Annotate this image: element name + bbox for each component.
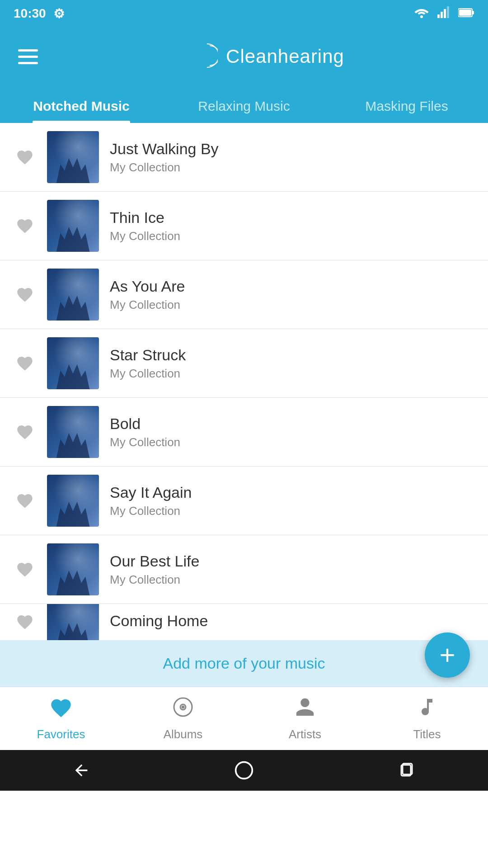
list-item[interactable]: Just Walking By My Collection bbox=[0, 123, 488, 192]
signal-icon bbox=[437, 6, 450, 21]
svg-rect-7 bbox=[459, 9, 471, 16]
app-header: Cleanhearing bbox=[0, 27, 488, 86]
nav-favorites-label: Favorites bbox=[37, 727, 85, 741]
tab-notched-music[interactable]: Notched Music bbox=[0, 86, 163, 123]
nav-albums-label: Albums bbox=[164, 727, 203, 741]
song-info-5: Bold My Collection bbox=[110, 415, 474, 449]
favorite-button-5[interactable] bbox=[14, 421, 36, 443]
album-art-2 bbox=[47, 200, 99, 252]
svg-point-11 bbox=[236, 762, 253, 779]
logo-icon bbox=[182, 38, 218, 75]
song-list: Just Walking By My Collection Thin Ice M… bbox=[0, 123, 488, 640]
favorite-button-3[interactable] bbox=[14, 283, 36, 306]
svg-point-10 bbox=[182, 706, 184, 708]
album-art-8 bbox=[47, 604, 99, 640]
album-art-4 bbox=[47, 337, 99, 389]
hamburger-menu-button[interactable] bbox=[18, 49, 38, 64]
home-button[interactable] bbox=[233, 759, 255, 782]
nav-favorites[interactable]: Favorites bbox=[0, 687, 122, 750]
song-info-6: Say It Again My Collection bbox=[110, 484, 474, 518]
gear-icon: ⚙ bbox=[53, 6, 65, 21]
album-art-1 bbox=[47, 131, 99, 183]
song-info-7: Our Best Life My Collection bbox=[110, 552, 474, 587]
tab-masking-files[interactable]: Masking Files bbox=[325, 86, 488, 123]
list-item[interactable]: Coming Home bbox=[0, 604, 488, 640]
category-tabs: Notched Music Relaxing Music Masking Fil… bbox=[0, 86, 488, 123]
album-art-7 bbox=[47, 543, 99, 595]
bottom-navigation: Favorites Albums Artists Titles bbox=[0, 687, 488, 750]
song-info-4: Star Struck My Collection bbox=[110, 346, 474, 381]
list-item[interactable]: As You Are My Collection bbox=[0, 260, 488, 329]
favorite-button-6[interactable] bbox=[14, 490, 36, 512]
back-button[interactable] bbox=[70, 759, 93, 782]
list-item[interactable]: Our Best Life My Collection bbox=[0, 535, 488, 604]
add-more-text: Add more of your music bbox=[163, 655, 325, 672]
favorite-button-7[interactable] bbox=[14, 558, 36, 581]
disc-icon bbox=[171, 696, 195, 723]
album-art-3 bbox=[47, 269, 99, 321]
nav-titles[interactable]: Titles bbox=[366, 687, 488, 750]
add-more-banner: Add more of your music + bbox=[0, 640, 488, 687]
tab-relaxing-music[interactable]: Relaxing Music bbox=[163, 86, 325, 123]
song-info-8: Coming Home bbox=[110, 612, 474, 632]
logo-text: Cleanhearing bbox=[226, 46, 344, 67]
recents-button[interactable] bbox=[395, 759, 418, 782]
album-art-5 bbox=[47, 406, 99, 458]
svg-rect-1 bbox=[437, 14, 440, 18]
svg-rect-4 bbox=[447, 6, 449, 18]
nav-artists[interactable]: Artists bbox=[244, 687, 366, 750]
status-bar: 10:30 ⚙ bbox=[0, 0, 488, 27]
svg-rect-3 bbox=[444, 9, 446, 18]
svg-point-0 bbox=[420, 15, 423, 18]
person-icon bbox=[293, 696, 317, 723]
svg-rect-2 bbox=[441, 12, 443, 18]
add-music-fab-button[interactable]: + bbox=[425, 632, 470, 678]
song-info-2: Thin Ice My Collection bbox=[110, 209, 474, 243]
nav-albums[interactable]: Albums bbox=[122, 687, 244, 750]
song-info-3: As You Are My Collection bbox=[110, 278, 474, 312]
nav-artists-label: Artists bbox=[289, 727, 321, 741]
song-info-1: Just Walking By My Collection bbox=[110, 140, 474, 175]
svg-rect-6 bbox=[472, 11, 474, 14]
system-navigation-bar bbox=[0, 750, 488, 791]
wifi-icon bbox=[414, 6, 429, 21]
list-item[interactable]: Thin Ice My Collection bbox=[0, 192, 488, 260]
favorite-button-2[interactable] bbox=[14, 215, 36, 237]
battery-icon bbox=[458, 6, 474, 21]
album-art-6 bbox=[47, 475, 99, 527]
list-item[interactable]: Bold My Collection bbox=[0, 398, 488, 467]
favorite-button-1[interactable] bbox=[14, 146, 36, 169]
music-note-icon bbox=[415, 696, 439, 723]
favorite-button-8[interactable] bbox=[14, 611, 36, 633]
heart-filled-icon bbox=[49, 696, 73, 723]
status-time: 10:30 bbox=[14, 6, 46, 21]
nav-titles-label: Titles bbox=[413, 727, 441, 741]
list-item[interactable]: Say It Again My Collection bbox=[0, 467, 488, 535]
favorite-button-4[interactable] bbox=[14, 352, 36, 375]
plus-icon: + bbox=[439, 642, 455, 669]
list-item[interactable]: Star Struck My Collection bbox=[0, 329, 488, 398]
